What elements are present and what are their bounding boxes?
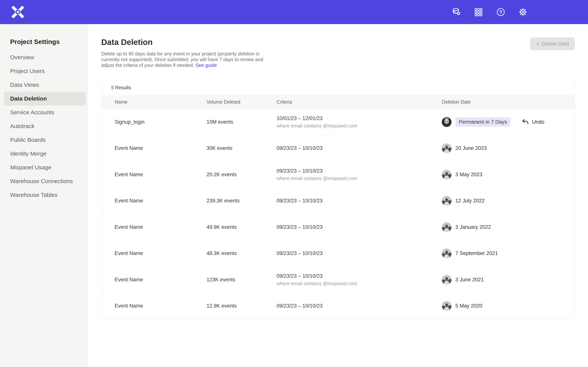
row-criteria: 09/23/23 – 10/10/23 where email contains… [277, 168, 442, 181]
sidebar-item-warehouse-tables[interactable]: Warehouse Tables [4, 188, 86, 202]
row-name: Event Name [115, 145, 207, 151]
row-criteria: 09/23/23 – 10/10/23 where email contains… [277, 273, 442, 286]
deletion-requests-card: 5 Results Name Volume Deleted Criteria D… [101, 80, 575, 319]
topbar-icon-group: ? [452, 8, 527, 17]
deletion-date: 3 May 2023 [455, 172, 482, 178]
row-criteria-range: 09/23/23 – 10/10/23 [277, 273, 442, 279]
sidebar-heading: Project Settings [10, 37, 88, 46]
data-management-icon[interactable] [452, 8, 461, 17]
table-body: Signup_login 10M events 10/01/23 – 12/01… [102, 109, 575, 319]
page-title: Data Deletion [101, 37, 270, 47]
row-criteria-range: 09/23/23 – 10/10/23 [277, 250, 442, 256]
row-criteria-range: 09/23/23 – 10/10/23 [277, 303, 442, 309]
sidebar-item-public-boards[interactable]: Public Boards [4, 133, 86, 147]
row-criteria: 09/23/23 – 10/10/23 [277, 224, 442, 230]
row-name: Signup_login [115, 119, 207, 125]
row-criteria-filter: where email contains @mixpanel.com [277, 281, 442, 286]
user-avatar [442, 249, 451, 258]
results-count: 5 Results [102, 80, 575, 95]
column-header-name: Name [115, 99, 207, 105]
row-criteria-range: 09/23/23 – 10/10/23 [277, 168, 442, 174]
row-volume: 10M events [207, 119, 277, 125]
top-navigation-bar: ? [0, 0, 588, 24]
deletion-date: 7 September 2021 [455, 250, 498, 256]
row-volume: 20.2K events [207, 172, 277, 178]
row-criteria: 09/23/23 – 10/10/23 [277, 250, 442, 256]
sidebar-item-overview[interactable]: Overview [4, 50, 86, 64]
row-deletion-date-cell: 3 May 2023 [442, 170, 565, 179]
sidebar-item-service-accounts[interactable]: Service Accounts [4, 106, 86, 119]
table-row[interactable]: Event Name 239.3K events 09/23/23 – 10/1… [102, 188, 575, 214]
row-name: Event Name [115, 250, 207, 256]
user-avatar [442, 143, 451, 153]
sidebar-item-identity-merge[interactable]: Identity Merge [4, 147, 86, 161]
page-description-text: Delete up to 90 days data for any event … [101, 51, 263, 68]
delete-data-button-label: Delete Data [542, 41, 569, 47]
project-settings-sidebar: Project Settings OverviewProject UsersDa… [0, 24, 88, 367]
table-row[interactable]: Event Name 30K events 09/23/23 – 10/10/2… [102, 135, 575, 161]
table-header-row: Name Volume Deleted Criteria Deletion Da… [102, 95, 575, 109]
mixpanel-logo-icon[interactable] [11, 6, 25, 18]
row-volume: 48.3K events [207, 250, 277, 256]
sidebar-item-data-views[interactable]: Data Views [4, 78, 86, 92]
user-avatar [442, 170, 451, 179]
row-deletion-date-cell: 12 July 2022 [442, 196, 565, 206]
data-deletion-page: Data Deletion Delete up to 90 days data … [88, 24, 588, 367]
row-criteria: 09/23/23 – 10/10/23 [277, 198, 442, 204]
row-volume: 239.3K events [207, 198, 277, 204]
row-criteria: 10/01/23 – 12/01/23 where email contains… [277, 116, 442, 129]
status-badge: Permanent in 7 Days [455, 117, 510, 127]
user-avatar [442, 117, 451, 127]
question-mark-glyph: ? [499, 9, 502, 15]
column-header-criteria: Criteria [277, 99, 442, 105]
row-deletion-date-cell: 3 January 2022 [442, 222, 565, 232]
column-header-volume-deleted: Volume Deleted [207, 99, 277, 105]
row-volume: 49.9K events [207, 224, 277, 230]
table-row[interactable]: Event Name 48.3K events 09/23/23 – 10/10… [102, 240, 575, 267]
row-criteria-range: 09/23/23 – 10/10/23 [277, 198, 442, 204]
sidebar-item-warehouse-connections[interactable]: Warehouse Connections [4, 174, 86, 188]
row-name: Event Name [115, 198, 207, 204]
deletion-date: 20 June 2023 [455, 145, 487, 151]
undo-button[interactable]: Undo [521, 118, 544, 126]
sidebar-item-autotrack[interactable]: Autotrack [4, 119, 86, 133]
sidebar-item-data-deletion[interactable]: Data Deletion [4, 92, 86, 106]
column-header-deletion-date: Deletion Date [442, 99, 565, 105]
table-row[interactable]: Signup_login 10M events 10/01/23 – 12/01… [102, 109, 575, 135]
row-volume: 123K events [207, 277, 277, 283]
row-name: Event Name [115, 172, 207, 178]
row-criteria-filter: where email contains @mixpanel.com [277, 123, 442, 129]
row-deletion-date-cell: 5 May 2020 [442, 301, 565, 311]
row-criteria-filter: where email contains @mixpanel.com [277, 176, 442, 181]
page-description: Delete up to 90 days data for any event … [101, 51, 270, 68]
row-volume: 12.9K events [207, 303, 277, 309]
see-guide-link[interactable]: See guide [195, 63, 217, 68]
help-icon[interactable]: ? [496, 8, 505, 17]
plus-icon: + [536, 41, 540, 47]
undo-icon [521, 118, 529, 126]
undo-label: Undo [532, 119, 544, 125]
row-criteria: 09/23/23 – 10/10/23 [277, 303, 442, 309]
row-deletion-date-cell: 3 June 2021 [442, 275, 565, 285]
row-criteria-range: 09/23/23 – 10/10/23 [277, 224, 442, 230]
table-row[interactable]: Event Name 12.9K events 09/23/23 – 10/10… [102, 293, 575, 319]
user-avatar [442, 301, 451, 311]
row-criteria: 09/23/23 – 10/10/23 [277, 145, 442, 151]
sidebar-item-mixpanel-usage[interactable]: Mixpanel Usage [4, 161, 86, 174]
row-name: Event Name [115, 303, 207, 309]
table-row[interactable]: Event Name 20.2K events 09/23/23 – 10/10… [102, 161, 575, 188]
deletion-date: 3 January 2022 [455, 224, 491, 230]
user-avatar [442, 196, 451, 206]
table-row[interactable]: Event Name 49.9K events 09/23/23 – 10/10… [102, 214, 575, 240]
settings-icon[interactable] [518, 8, 527, 17]
row-name: Event Name [115, 224, 207, 230]
table-row[interactable]: Event Name 123K events 09/23/23 – 10/10/… [102, 267, 575, 293]
apps-grid-icon[interactable] [474, 8, 483, 17]
row-criteria-range: 09/23/23 – 10/10/23 [277, 145, 442, 151]
deletion-date: 5 May 2020 [455, 303, 482, 309]
row-name: Event Name [115, 277, 207, 283]
user-avatar [442, 275, 451, 285]
row-deletion-date-cell: 20 June 2023 [442, 143, 565, 153]
sidebar-item-project-users[interactable]: Project Users [4, 64, 86, 78]
delete-data-button[interactable]: + Delete Data [530, 37, 575, 50]
